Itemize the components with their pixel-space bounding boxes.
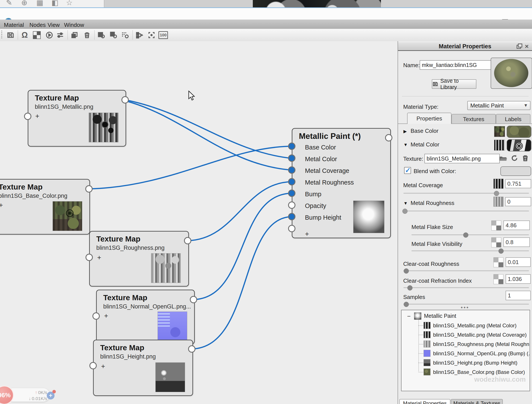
output-port[interactable] bbox=[184, 237, 191, 244]
metal-color-texture-thumb[interactable] bbox=[494, 140, 505, 150]
input-port[interactable] bbox=[85, 254, 93, 261]
flake-size-value[interactable]: 4.86 bbox=[503, 221, 530, 230]
play-history-icon[interactable] bbox=[44, 31, 54, 40]
add-input-label[interactable]: + bbox=[35, 112, 39, 120]
menu-nodes[interactable]: Nodes bbox=[28, 21, 47, 29]
add-input-label[interactable]: + bbox=[104, 312, 108, 320]
node-texture-normal[interactable]: Texture Map blinn1SG_Normal_OpenGL.png..… bbox=[96, 290, 195, 344]
trash-icon[interactable] bbox=[82, 31, 92, 40]
input-port[interactable] bbox=[89, 362, 97, 369]
tree-item[interactable]: blinn1SG_Base_Color.png (Base Color) bbox=[401, 368, 530, 377]
node-texture-base-color[interactable]: Texture Map blinn1SG_Base_Color.png + bbox=[0, 179, 90, 235]
add-input-label[interactable]: + bbox=[305, 230, 309, 238]
dock-tab-material-properties[interactable]: Material Properties bbox=[399, 399, 450, 404]
metal-roughness-slider[interactable] bbox=[403, 211, 529, 211]
output-port[interactable] bbox=[85, 185, 93, 193]
input-port-bump-height[interactable] bbox=[288, 213, 295, 220]
node-texture-metallic[interactable]: Texture Map blinn1SG_Metallic.png + bbox=[28, 90, 126, 147]
output-port[interactable] bbox=[385, 134, 393, 142]
menu-view[interactable]: View bbox=[46, 21, 62, 29]
trash-icon[interactable] bbox=[521, 154, 529, 163]
grid-circle-icon[interactable] bbox=[109, 31, 118, 40]
refresh-icon[interactable] bbox=[511, 154, 518, 163]
sliders-icon[interactable] bbox=[55, 31, 65, 40]
cc-ior-slider[interactable] bbox=[403, 287, 529, 288]
flake-visibility-map-icon[interactable] bbox=[491, 237, 501, 247]
tab-properties[interactable]: Properties bbox=[407, 113, 451, 124]
slider-handle[interactable] bbox=[402, 209, 408, 214]
metal-coverage-slider[interactable] bbox=[403, 193, 529, 194]
checker-icon[interactable] bbox=[32, 31, 42, 40]
tree-item[interactable]: blinn1SG_Normal_OpenGL.png (Bump) (... bbox=[401, 349, 530, 358]
expander-icon[interactable]: ▼ bbox=[403, 142, 408, 147]
cc-ior-value[interactable]: 1.036 bbox=[506, 274, 531, 284]
expander-icon[interactable]: ▶ bbox=[403, 129, 407, 134]
slider-handle[interactable] bbox=[404, 268, 409, 274]
node-graph-canvas[interactable]: Texture Map blinn1SG_Metallic.png + Text… bbox=[0, 41, 398, 404]
cc-roughness-map-icon[interactable] bbox=[494, 257, 503, 267]
tree-item[interactable]: blinn1SG_Metallic.png (Metal Coverage) bbox=[401, 331, 530, 339]
samples-value[interactable]: 1 bbox=[506, 291, 531, 300]
shader-ball-icon[interactable]: Ω bbox=[20, 31, 29, 40]
blend-checkbox[interactable]: ✓ bbox=[404, 167, 411, 174]
save-to-library-button[interactable]: Save to Library bbox=[432, 79, 476, 89]
metal-coverage-value[interactable]: 0.751 bbox=[505, 179, 531, 188]
base-color-swatch[interactable] bbox=[507, 126, 531, 138]
tree-item[interactable]: blinn1SG_Roughness.png (Metal Roughn... bbox=[401, 340, 530, 349]
texture-input[interactable]: blinn1SG_Metallic.png bbox=[424, 154, 500, 163]
slider-handle[interactable] bbox=[407, 285, 412, 291]
metal-roughness-value[interactable]: 0 bbox=[505, 197, 531, 206]
add-input-label[interactable]: + bbox=[97, 254, 101, 262]
tab-textures[interactable]: Textures bbox=[451, 114, 496, 124]
collapse-icon[interactable]: − bbox=[407, 313, 411, 320]
tab-labels[interactable]: Labels bbox=[496, 114, 531, 124]
duplicate-icon[interactable] bbox=[70, 31, 79, 40]
material-texture-tree[interactable]: − Metallic Paint blinn1SG_Metallic.png (… bbox=[401, 310, 530, 391]
output-port[interactable] bbox=[190, 296, 197, 303]
add-input-label[interactable]: + bbox=[0, 201, 3, 209]
dots-circle-icon[interactable] bbox=[120, 31, 130, 40]
slider-handle[interactable] bbox=[499, 248, 504, 254]
input-port-metal-roughness[interactable] bbox=[288, 178, 295, 185]
panel-close-icon[interactable]: × bbox=[525, 43, 529, 50]
cc-roughness-slider[interactable] bbox=[403, 270, 529, 271]
input-port-opacity[interactable] bbox=[288, 202, 295, 209]
tree-item[interactable]: blinn1SG_Height.png (Bump Height) bbox=[401, 359, 530, 367]
zoom-100-icon[interactable]: 100 bbox=[158, 31, 168, 40]
save-icon[interactable] bbox=[6, 31, 15, 40]
slider-handle[interactable] bbox=[494, 191, 499, 196]
flake-visibility-slider[interactable] bbox=[412, 250, 529, 251]
network-overlay-widget[interactable]: ↑0K/s ↓0.01K/s + 96% bbox=[0, 386, 65, 404]
input-port-base-color[interactable] bbox=[288, 143, 295, 150]
tree-root-row[interactable]: − Metallic Paint bbox=[401, 312, 530, 321]
panel-header[interactable]: Material Properties × bbox=[398, 42, 532, 51]
folder-icon[interactable] bbox=[499, 155, 507, 163]
metal-color-swatch[interactable] bbox=[507, 139, 531, 151]
connect-nodes-icon[interactable] bbox=[135, 31, 144, 40]
input-port-bump[interactable] bbox=[288, 189, 295, 197]
metal-coverage-texture-thumb[interactable] bbox=[494, 179, 503, 189]
cc-roughness-value[interactable]: 0.01 bbox=[506, 257, 531, 267]
add-input-label[interactable]: + bbox=[101, 362, 105, 371]
flake-size-slider[interactable] bbox=[412, 235, 529, 235]
blend-color-swatch[interactable] bbox=[500, 166, 531, 176]
node-metallic-paint[interactable]: Metallic Paint (*) + Base Color Metal Co… bbox=[292, 128, 391, 238]
square-circle-icon[interactable] bbox=[96, 31, 106, 40]
metal-roughness-texture-thumb[interactable] bbox=[494, 197, 503, 207]
input-port-add[interactable] bbox=[288, 225, 295, 232]
slider-handle[interactable] bbox=[463, 232, 468, 238]
toolbar-grip[interactable] bbox=[1, 31, 2, 39]
name-input[interactable]: mkw_liantiao:blinn1SG bbox=[420, 60, 493, 70]
base-color-texture-thumb[interactable] bbox=[494, 126, 505, 137]
dock-tab-materials-textures[interactable]: Materials & Textures bbox=[451, 399, 503, 404]
fit-view-icon[interactable] bbox=[147, 31, 156, 40]
flake-size-map-icon[interactable] bbox=[491, 221, 501, 230]
material-type-dropdown[interactable]: Metallic Paint ▼ bbox=[467, 101, 531, 110]
flake-visibility-value[interactable]: 0.8 bbox=[503, 237, 530, 247]
float-panel-icon[interactable] bbox=[517, 44, 522, 49]
input-port[interactable] bbox=[92, 312, 100, 320]
tree-item[interactable]: blinn1SG_Metallic.png (Metal Color) bbox=[401, 321, 530, 330]
cc-ior-map-icon[interactable] bbox=[494, 274, 503, 284]
output-port[interactable] bbox=[121, 96, 129, 104]
input-port[interactable] bbox=[24, 113, 31, 120]
